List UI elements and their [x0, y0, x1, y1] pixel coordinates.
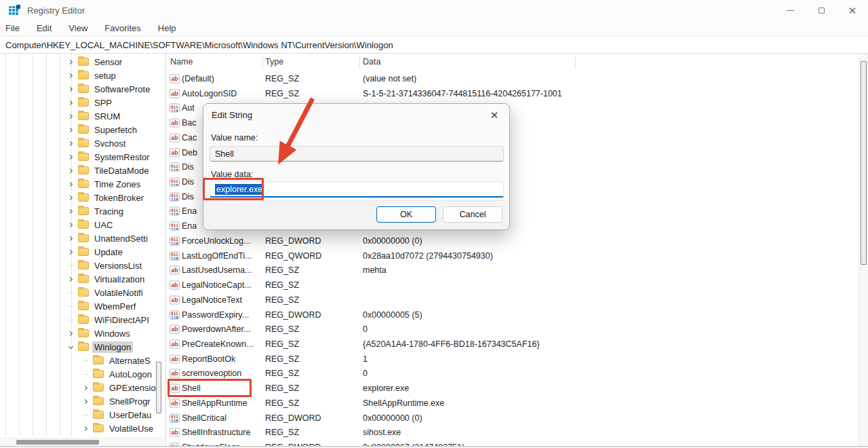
- ok-button[interactable]: OK: [376, 206, 436, 223]
- column-header-type[interactable]: Type: [265, 57, 283, 67]
- tree-horizontal-scrollbar-thumb[interactable]: [16, 440, 99, 445]
- registry-value-row-forceunlocklog-[interactable]: 011110ForceUnlockLog...REG_DWORD0x000000…: [167, 234, 859, 248]
- close-button[interactable]: ✕: [837, 0, 868, 20]
- tree-item-label: Update: [92, 246, 125, 258]
- tree-item-tracing[interactable]: Tracing: [0, 204, 166, 218]
- tree-item-time-zones[interactable]: Time Zones: [0, 177, 166, 191]
- registry-value-row-legalnoticecapt-[interactable]: abLegalNoticeCapt...REG_SZ: [167, 278, 859, 293]
- list-vertical-scrollbar-thumb[interactable]: [861, 61, 867, 265]
- tree-item-windows[interactable]: Windows: [0, 326, 166, 340]
- registry-value-row-shell[interactable]: abShellREG_SZexplorer.exe: [167, 381, 859, 396]
- chevron-right-icon[interactable]: [81, 384, 90, 392]
- address-bar[interactable]: Computer\HKEY_LOCAL_MACHINE\SOFTWARE\Mic…: [0, 36, 868, 54]
- column-separator[interactable]: [262, 56, 263, 69]
- tree-item-update[interactable]: Update: [0, 245, 166, 259]
- value-data-field[interactable]: explorer.exe: [210, 181, 504, 198]
- chevron-right-icon[interactable]: [66, 139, 75, 148]
- tree-item-spp[interactable]: SPP: [0, 96, 166, 109]
- chevron-right-icon[interactable]: [66, 207, 75, 216]
- chevron-right-icon[interactable]: [81, 397, 90, 406]
- chevron-right-icon[interactable]: [66, 71, 75, 80]
- tree-item-userdefau[interactable]: UserDefau: [0, 408, 166, 422]
- registry-value-row-precreateknown-[interactable]: abPreCreateKnown...REG_SZ{A520A1A4-1780-…: [167, 337, 859, 352]
- registry-value-row-autologonsid[interactable]: abAutoLogonSIDREG_SZS-1-5-21-3714336047-…: [167, 86, 859, 101]
- tree-item-shellprogr[interactable]: ShellProgr: [0, 394, 166, 408]
- menu-item-favorites[interactable]: Favorites: [104, 23, 140, 33]
- tree-item-winlogon[interactable]: Winlogon: [0, 340, 166, 354]
- registry-value-row-powerdownafter-[interactable]: abPowerdownAfter...REG_SZ0: [167, 322, 859, 337]
- tree-item-setup[interactable]: setup: [0, 69, 166, 82]
- chevron-right-icon[interactable]: [81, 424, 90, 433]
- registry-value-row-legalnoticetext[interactable]: abLegalNoticeTextREG_SZ: [167, 293, 859, 307]
- column-separator[interactable]: [575, 56, 576, 69]
- tree-item-systemrestor[interactable]: SystemRestor: [0, 150, 166, 164]
- chevron-right-icon[interactable]: [66, 166, 75, 175]
- value-name-field[interactable]: [210, 146, 504, 162]
- chevron-right-icon[interactable]: [66, 98, 75, 107]
- tree-item-wifidirectapi[interactable]: WiFiDirectAPI: [0, 313, 166, 326]
- minimize-button[interactable]: [774, 0, 806, 20]
- tree-item-svchost[interactable]: Svchost: [0, 136, 166, 150]
- chevron-right-icon[interactable]: [66, 153, 75, 162]
- dialog-close-button[interactable]: ✕: [488, 109, 501, 122]
- tree-item-versionslist[interactable]: VersionsList: [0, 259, 166, 272]
- tree-item-virtualization[interactable]: Virtualization: [0, 272, 166, 286]
- chevron-right-icon[interactable]: [66, 180, 75, 189]
- registry-path[interactable]: Computer\HKEY_LOCAL_MACHINE\SOFTWARE\Mic…: [5, 40, 393, 50]
- menu-item-view[interactable]: View: [68, 23, 87, 33]
- folder-icon: [93, 370, 104, 378]
- chevron-right-icon[interactable]: [66, 234, 75, 243]
- cancel-button[interactable]: Cancel: [443, 206, 502, 223]
- registry-value-row-reportbootok[interactable]: abReportBootOkREG_SZ1: [167, 352, 859, 367]
- tree-item-alternates[interactable]: AlternateS: [0, 354, 166, 367]
- tree-vertical-scrollbar-thumb[interactable]: [156, 362, 161, 413]
- value-data-cell: S-1-5-21-3714336047-744815116-4204265177…: [363, 89, 562, 98]
- tree-item-volatilenotifi[interactable]: VolatileNotifi: [0, 286, 166, 299]
- tree-item-uac[interactable]: UAC: [0, 218, 166, 231]
- column-separator[interactable]: [359, 56, 360, 69]
- tree-item-tiledatamode[interactable]: TileDataMode: [0, 164, 166, 177]
- chevron-right-icon[interactable]: [66, 221, 75, 229]
- folder-icon: [78, 193, 89, 202]
- tree-item-label: Superfetch: [92, 124, 139, 136]
- tree-item-gpextensio[interactable]: GPExtensio: [0, 381, 166, 394]
- registry-value-row--default-[interactable]: ab(Default)REG_SZ(value not set): [167, 71, 859, 86]
- tree-item-label: VersionsList: [92, 260, 144, 272]
- registry-value-row-lastlogoffendti-[interactable]: 011110LastLogOffEndTi...REG_QWORD0x28aa1…: [167, 248, 859, 263]
- column-header-name[interactable]: Name: [170, 57, 193, 67]
- tree-item-unattendsetti[interactable]: UnattendSetti: [0, 231, 166, 245]
- tree-item-autologon[interactable]: AutoLogon: [0, 367, 166, 381]
- chevron-right-icon[interactable]: [66, 193, 75, 202]
- registry-value-row-shellinfrastructure[interactable]: abShellInfrastructureREG_SZsihost.exe: [167, 425, 859, 440]
- tree-horizontal-scrollbar[interactable]: [0, 438, 165, 446]
- menu-item-edit[interactable]: Edit: [37, 23, 52, 33]
- tree-item-superfetch[interactable]: Superfetch: [0, 123, 166, 136]
- registry-value-row-shutdownflags[interactable]: 011110ShutdownFlagsREG_DWORD0x80000067 (…: [167, 440, 859, 446]
- registry-value-row-passwordexpiry-[interactable]: 011110PasswordExpiry...REG_DWORD0x000000…: [167, 307, 859, 322]
- maximize-button[interactable]: [806, 0, 837, 20]
- tree-item-softwareprote[interactable]: SoftwareProte: [0, 82, 166, 96]
- tree-item-sensor[interactable]: Sensor: [0, 55, 166, 69]
- chevron-right-icon[interactable]: [66, 58, 75, 67]
- chevron-right-icon[interactable]: [66, 248, 75, 257]
- menu-item-help[interactable]: Help: [158, 23, 176, 33]
- column-header-data[interactable]: Data: [363, 57, 380, 67]
- registry-value-row-shellappruntime[interactable]: abShellAppRuntimeREG_SZShellAppRuntime.e…: [167, 396, 859, 411]
- tree-item-srum[interactable]: SRUM: [0, 109, 166, 123]
- chevron-right-icon[interactable]: [66, 126, 75, 134]
- tree-item-label: WiFiDirectAPI: [92, 314, 151, 326]
- chevron-right-icon[interactable]: [66, 112, 75, 121]
- tree-item-volatileuse[interactable]: VolatileUse: [0, 422, 166, 435]
- chevron-right-icon[interactable]: [66, 329, 75, 338]
- tree-item-wbemperf[interactable]: WbemPerf: [0, 299, 166, 313]
- chevron-right-icon[interactable]: [66, 275, 75, 284]
- registry-value-row-lastuseduserna-[interactable]: abLastUsedUserna...REG_SZmehta: [167, 263, 859, 278]
- chevron-right-icon[interactable]: [66, 85, 75, 94]
- list-vertical-scrollbar[interactable]: [859, 54, 868, 446]
- menu-item-file[interactable]: File: [5, 23, 20, 33]
- chevron-down-icon[interactable]: [66, 343, 75, 352]
- registry-value-row-shellcritical[interactable]: 011110ShellCriticalREG_DWORD0x00000000 (…: [167, 411, 859, 426]
- folder-icon: [78, 261, 89, 269]
- tree-item-tokenbroker[interactable]: TokenBroker: [0, 191, 166, 204]
- registry-value-row-scremoveoption[interactable]: abscremoveoptionREG_SZ0: [167, 366, 859, 381]
